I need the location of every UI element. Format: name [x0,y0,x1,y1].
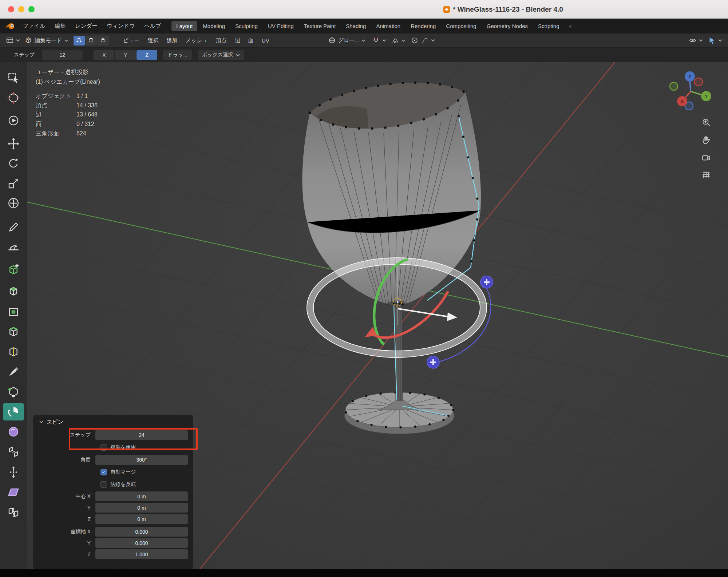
spin-axis-z-field[interactable]: 1.000 [95,549,188,559]
spin-plus-button-top[interactable] [480,276,493,288]
tool-loop-cut[interactable] [3,343,24,361]
axis-z-button[interactable]: Z [136,50,157,60]
camera-view-button[interactable] [700,151,713,164]
menu-edit[interactable]: 編集 [50,21,70,31]
visibility-dropdown[interactable] [689,36,703,44]
axis-y-label: Y [705,94,708,99]
menu-select[interactable]: 選択 [143,35,162,46]
axis-neg-y-ball[interactable] [670,82,678,90]
editor-type-button[interactable] [6,36,20,44]
spin-axis-arrow[interactable] [398,309,448,317]
tool-transform[interactable] [3,194,24,212]
spin-axis-x-field[interactable]: 0.000 [95,527,188,537]
auto-merge-checkbox[interactable]: ✓ [100,469,107,475]
menu-file[interactable]: ファイル [18,21,50,31]
axis-x-button[interactable]: X [94,50,114,60]
axis-y-row: Y 0.000 [33,537,193,549]
spin-plus-button-bottom[interactable] [427,356,439,368]
step-value-field[interactable]: 12 [42,50,83,60]
menu-mesh[interactable]: メッシュ [181,35,211,46]
menu-window[interactable]: ウィンドウ [102,21,139,31]
viewport-3d[interactable]: ユーザー・透視投影 (1) ベジエカーブ(Linear) オブジェクト1 / 1… [27,62,728,569]
operator-panel-header[interactable]: スピン [33,415,193,429]
tool-scale[interactable] [3,175,24,192]
mode-label: 編集モード [35,37,62,44]
center-y-row: Y 0 m [33,502,193,513]
tool-poly-build[interactable] [3,383,24,400]
tool-edge-slide[interactable] [3,443,24,461]
select-box-dropdown[interactable]: ボックス選択 [198,50,244,60]
zoom-view-button[interactable] [700,116,713,129]
use-duplicates-row: 複製を使用 [33,441,193,454]
navigation-gizmo[interactable]: Z Y X [660,62,721,122]
traffic-lights [8,6,35,12]
tool-move[interactable] [3,135,24,153]
snap-target-dropdown[interactable] [391,36,405,44]
menu-view[interactable]: ビュー [119,35,144,46]
tab-sculpting[interactable]: Sculpting [230,21,262,31]
flip-normals-checkbox[interactable] [100,481,107,488]
edge-select-button[interactable] [86,36,97,46]
orientation-label: グロー... [338,37,359,44]
tab-modeling[interactable]: Modeling [198,21,230,31]
falloff-curve-icon [421,36,429,44]
tool-measure[interactable] [3,238,24,256]
vertex-select-button[interactable] [74,36,85,46]
proportional-editing-toggle[interactable] [411,36,435,44]
tool-inset-faces[interactable] [3,303,24,321]
add-workspace-button[interactable]: + [565,21,575,31]
center-x-field[interactable]: 0 m [95,491,188,501]
pan-view-button[interactable] [700,134,713,147]
axis-neg-x-ball[interactable] [695,78,703,86]
tool-knife[interactable] [3,363,24,380]
tool-add-cube[interactable] [3,261,24,278]
tool-rip-region[interactable] [3,504,24,521]
steps-field[interactable]: 24 [95,430,188,440]
spin-axis-y-field[interactable]: 0.000 [95,538,188,548]
proportional-circle-icon [411,36,419,44]
menu-vertex[interactable]: 頂点 [212,35,231,46]
face-select-button[interactable] [98,36,109,46]
tool-extrude-region[interactable] [3,282,24,300]
tool-rotate[interactable] [3,155,24,172]
tab-rendering[interactable]: Rendering [406,21,440,31]
tab-scripting[interactable]: Scripting [533,21,564,31]
tool-select-box[interactable] [3,69,24,87]
center-y-field[interactable]: 0 m [95,503,188,513]
tab-compositing[interactable]: Compositing [441,21,481,31]
tab-layout[interactable]: Layout [171,21,197,31]
axis-y-button[interactable]: Y [115,50,136,60]
gizmo-dropdown[interactable] [708,36,722,44]
menu-help[interactable]: ヘルプ [139,21,166,31]
mode-selector[interactable]: 編集モード [24,36,68,44]
tab-uv-editing[interactable]: UV Editing [263,21,298,31]
tab-animation[interactable]: Animation [371,21,405,31]
tool-bevel[interactable] [3,323,24,341]
drag-mode-dropdown[interactable]: ドラッ... [163,50,192,60]
tab-texture-paint[interactable]: Texture Paint [299,21,341,31]
center-x-row: 中心 X 0 m [33,491,193,502]
toggle-perspective-button[interactable] [700,169,713,182]
tab-shading[interactable]: Shading [341,21,371,31]
menu-uv[interactable]: UV [258,36,273,46]
tool-shear[interactable] [3,483,24,501]
tab-geometry-nodes[interactable]: Geometry Nodes [482,21,533,31]
menu-edge[interactable]: 辺 [231,35,244,46]
menu-face[interactable]: 面 [244,35,258,46]
angle-field[interactable]: 360° [95,455,188,465]
tool-annotate[interactable] [3,218,24,236]
close-button[interactable] [8,6,14,12]
transform-orientation-dropdown[interactable]: グロー... [328,36,365,44]
menu-add[interactable]: 追加 [162,35,181,46]
use-duplicates-checkbox[interactable] [100,444,107,451]
tool-smooth[interactable] [3,423,24,440]
tool-shrink-fatten[interactable] [3,463,24,481]
snap-toggle[interactable] [372,36,386,44]
zoom-button[interactable] [28,6,35,12]
tool-spin[interactable] [3,403,24,420]
center-z-field[interactable]: 0 m [95,514,188,524]
menu-render[interactable]: レンダー [70,21,102,31]
tool-select-circle[interactable] [3,112,24,129]
minimize-button[interactable] [18,6,24,12]
tool-cursor[interactable] [3,89,24,107]
